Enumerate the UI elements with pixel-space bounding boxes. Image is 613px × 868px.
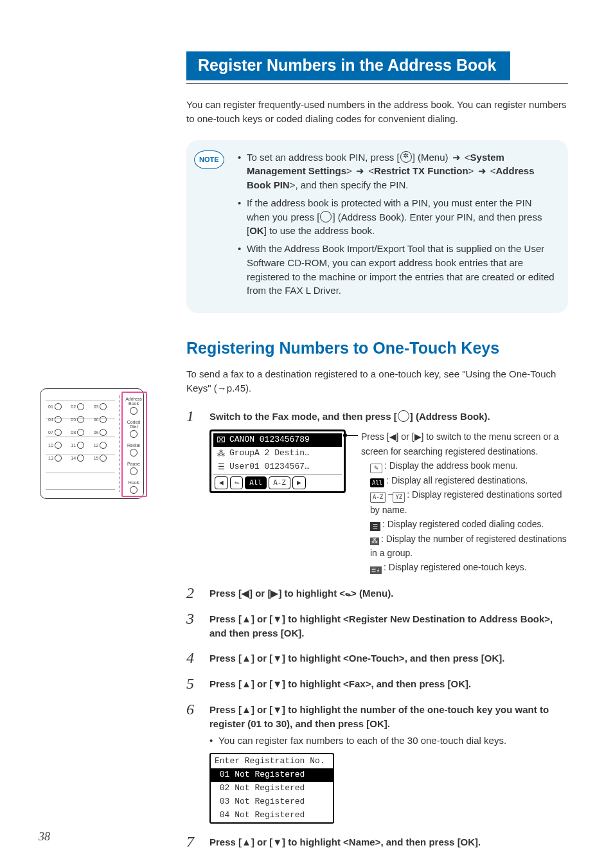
step-number: 5 bbox=[186, 676, 199, 691]
step-2: 2 Press [◀] or [▶] to highlight <✎> (Men… bbox=[186, 586, 568, 601]
step-1: 1 Switch to the Fax mode, and then press… bbox=[186, 410, 568, 575]
range-b-icon: YZ bbox=[393, 492, 405, 502]
step-number: 1 bbox=[186, 408, 199, 424]
subsection-heading: Registering Numbers to One-Touch Keys bbox=[186, 339, 568, 357]
menu-gear-icon bbox=[400, 151, 412, 163]
step-number: 3 bbox=[186, 611, 199, 626]
device-panel-figure: 01 02 03 04 05 06 07 08 09 10 11 12 13 1… bbox=[40, 388, 165, 517]
coded-icon: ☰ bbox=[370, 522, 380, 531]
lcd-tab-all: All bbox=[245, 476, 267, 489]
step-5: 5 Press [▲] or [▼] to highlight <Fax>, a… bbox=[186, 677, 568, 691]
all-icon: All bbox=[370, 478, 384, 487]
circle-icon bbox=[398, 410, 409, 422]
lcd-tab-left: ◀ bbox=[215, 476, 228, 489]
pencil-icon: ✎ bbox=[370, 464, 382, 473]
section-title-banner: Register Numbers in the Address Book bbox=[186, 51, 510, 80]
group-icon: ⁂ bbox=[370, 538, 379, 545]
circle-icon bbox=[320, 211, 332, 222]
lcd-address-book: ⌧CANON 0123456789 ⁂GroupA 2 Destin… ☰Use… bbox=[209, 429, 346, 493]
step-number: 2 bbox=[186, 585, 199, 601]
note-badge: NOTE bbox=[194, 150, 224, 170]
highlight-box bbox=[121, 392, 147, 497]
step-7: 7 Press [▲] or [▼] to highlight <Name>, … bbox=[186, 835, 568, 849]
step-number: 7 bbox=[186, 834, 199, 849]
step-6: 6 Press [▲] or [▼] to highlight the numb… bbox=[186, 703, 568, 823]
note-item-3: With the Address Book Import/Export Tool… bbox=[238, 242, 556, 298]
page-number: 38 bbox=[39, 830, 50, 844]
lcd-tab-az: A-Z bbox=[269, 476, 290, 489]
onetouch-icon: ☰⇣ bbox=[370, 566, 382, 574]
step-number: 6 bbox=[186, 701, 199, 717]
step-3: 3 Press [▲] or [▼] to highlight <Registe… bbox=[186, 612, 568, 640]
range-a-icon: A-Z bbox=[370, 492, 386, 502]
step-number: 4 bbox=[186, 650, 199, 665]
subsection-intro: To send a fax to a destination registere… bbox=[186, 367, 568, 395]
lcd-tab-right: ▶ bbox=[292, 476, 306, 489]
note-box: NOTE To set an address book PIN, press [… bbox=[186, 140, 568, 314]
legend: Press [◀] or [▶] to switch to the menu s… bbox=[361, 429, 568, 575]
note-item-1: To set an address book PIN, press [] (Me… bbox=[238, 150, 556, 192]
note-item-2: If the address book is protected with a … bbox=[238, 196, 556, 238]
lcd-registration: Enter Registration No. 01 Not Registered… bbox=[209, 753, 334, 824]
step-4: 4 Press [▲] or [▼] to highlight <One-Tou… bbox=[186, 651, 568, 665]
intro-text: You can register frequently-used numbers… bbox=[186, 98, 568, 126]
lcd-tab-menu: ✎ bbox=[230, 476, 244, 489]
